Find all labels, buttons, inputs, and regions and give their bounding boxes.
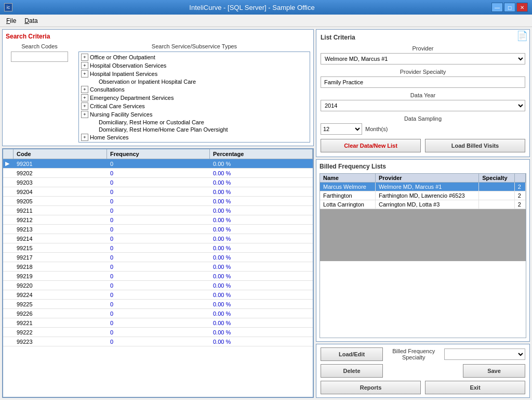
new-document-icon[interactable]: 📄 <box>516 30 528 42</box>
grid-row[interactable]: 9922200.00 % <box>3 328 313 337</box>
grid-row[interactable]: 9921800.00 % <box>3 262 313 272</box>
provider-select[interactable]: Welmore MD, Marcus #1 <box>321 53 525 64</box>
billed-frequency-title: Billed Frequency Lists <box>320 163 526 170</box>
list-criteria-panel: List Criteria Provider Welmore MD, Marcu… <box>316 29 530 157</box>
grid-freq-header: Frequency <box>107 149 210 159</box>
grid-row[interactable]: 9922300.00 % <box>3 337 313 346</box>
grid-row[interactable]: 9922600.00 % <box>3 309 313 318</box>
tree-item-consultations[interactable]: +Consultations <box>80 85 309 94</box>
search-codes-label: Search Codes <box>21 43 58 49</box>
grid-body[interactable]: ▶9920100.00 %9920200.00 %9920300.00 %992… <box>3 159 313 397</box>
app-icon: ic <box>4 3 12 11</box>
billed-frequency-table-container[interactable]: Name Provider Specialty Marcus WelmoreWe… <box>320 173 526 338</box>
bfc-label: Billed Frequency Specialty <box>387 348 440 360</box>
bf-empty-area <box>320 209 526 261</box>
grid-row[interactable]: 9922500.00 % <box>3 300 313 309</box>
reports-button[interactable]: Reports <box>321 381 421 394</box>
grid-code-header: Code <box>14 149 107 159</box>
grid-row[interactable]: 9921400.00 % <box>3 234 313 243</box>
load-billed-visits-button[interactable]: Load Billed Visits <box>425 139 525 152</box>
bf-table-header-row: Name Provider Specialty <box>320 174 526 183</box>
grid-row[interactable]: 9921100.00 % <box>3 206 313 215</box>
tree-item-emergency-dept[interactable]: +Emergency Department Services <box>80 94 309 102</box>
grid-row[interactable]: 9920200.00 % <box>3 169 313 178</box>
grid-row[interactable]: ▶9920100.00 % <box>3 159 313 169</box>
data-sampling-group: Data Sampling 12 Month(s) <box>321 115 525 135</box>
bf-col-name: Name <box>320 174 375 183</box>
billed-frequency-panel: Billed Frequency Lists Name Provider Spe… <box>316 159 530 342</box>
bf-table-row[interactable]: Marcus WelmoreWelmore MD, Marcus #12 <box>320 183 526 191</box>
clear-data-button[interactable]: Clear Data/New List <box>321 139 421 152</box>
window-title: InteliCurve - [SQL Server] - Sample Offi… <box>12 4 491 11</box>
billed-frequency-table: Name Provider Specialty Marcus WelmoreWe… <box>320 174 526 209</box>
save-button[interactable]: Save <box>463 364 525 378</box>
codes-grid: Code Frequency Percentage ▶9920100.00 %9… <box>2 148 314 398</box>
provider-group: Provider Welmore MD, Marcus #1 <box>321 45 525 64</box>
exit-button[interactable]: Exit <box>425 381 525 394</box>
specialty-group: Provider Specialty <box>321 69 525 88</box>
bf-col-provider: Provider <box>375 174 478 183</box>
grid-header: Code Frequency Percentage <box>3 149 313 159</box>
tree-item-domiciliary1[interactable]: Domiciliary, Rest Home or Custodial Care <box>80 119 309 126</box>
list-criteria-title: List Criteria <box>321 34 525 41</box>
delete-button[interactable]: Delete <box>321 364 383 378</box>
provider-label: Provider <box>321 45 525 51</box>
tree-item-critical-care[interactable]: +Critical Care Services <box>80 102 309 110</box>
data-year-group: Data Year 2014 <box>321 92 525 111</box>
grid-arrow-col <box>3 149 14 159</box>
tree-item-hospital-inpatient[interactable]: +Hospital Inpatient Services <box>80 70 309 78</box>
data-year-select[interactable]: 2014 <box>321 100 525 111</box>
tree-item-office-outpatient[interactable]: +Office or Other Outpatient <box>80 53 309 61</box>
tree-item-nursing-facility[interactable]: +Nursing Facility Services <box>80 110 309 119</box>
bf-col-extra <box>514 174 525 183</box>
data-year-label: Data Year <box>321 92 525 98</box>
service-types-label: Search Service/Subservice Types <box>78 43 310 49</box>
menu-data[interactable]: Data <box>20 16 42 25</box>
bf-table-row[interactable]: Lotta CarringtonCarrington MD, Lotta #32 <box>320 200 526 209</box>
menu-bar: File Data <box>0 15 532 27</box>
specialty-label: Provider Specialty <box>321 69 525 75</box>
months-label: Month(s) <box>365 126 388 132</box>
minimize-button[interactable]: — <box>491 3 503 12</box>
tree-item-domiciliary2[interactable]: Domiciliary, Rest Home/Home Care Plan Ov… <box>80 126 309 133</box>
grid-row[interactable]: 9921700.00 % <box>3 253 313 262</box>
search-criteria-panel: Search Criteria Search Codes Search Serv… <box>2 29 314 146</box>
bf-col-specialty: Specialty <box>479 174 514 183</box>
title-bar: ic InteliCurve - [SQL Server] - Sample O… <box>0 0 532 15</box>
data-sampling-label: Data Sampling <box>321 115 525 122</box>
grid-row[interactable]: 9921200.00 % <box>3 215 313 225</box>
tree-item-prolonged[interactable]: Prolonged Services w/o (Face to Face) <box>80 141 309 143</box>
tree-item-obs-inpatient[interactable]: Observation or Inpatient Hospital Care <box>80 78 309 85</box>
grid-row[interactable]: 9920400.00 % <box>3 187 313 197</box>
bottom-controls-panel: Load/Edit Billed Frequency Specialty Del… <box>316 344 530 398</box>
grid-row[interactable]: 9920300.00 % <box>3 178 313 187</box>
data-sampling-select[interactable]: 12 <box>321 123 362 135</box>
load-edit-button[interactable]: Load/Edit <box>321 347 383 361</box>
grid-row[interactable]: 9922400.00 % <box>3 290 313 300</box>
grid-row[interactable]: 9921500.00 % <box>3 243 313 253</box>
service-types-tree[interactable]: +Office or Other Outpatient+Hospital Obs… <box>78 51 310 143</box>
close-button[interactable]: ✕ <box>516 3 528 12</box>
search-codes-input[interactable] <box>11 51 68 62</box>
search-criteria-title: Search Criteria <box>6 33 310 40</box>
grid-row[interactable]: 9921300.00 % <box>3 225 313 234</box>
tree-item-hospital-obs[interactable]: +Hospital Observation Services <box>80 61 309 70</box>
grid-pct-header: Percentage <box>210 149 313 159</box>
grid-row[interactable]: 9921900.00 % <box>3 272 313 281</box>
grid-row[interactable]: 9920500.00 % <box>3 197 313 206</box>
tree-item-home-services[interactable]: +Home Services <box>80 133 309 141</box>
bf-table-row[interactable]: FarthingtonFarthington MD, Lawrencio #65… <box>320 191 526 200</box>
specialty-input <box>321 76 525 88</box>
grid-row[interactable]: 9922000.00 % <box>3 281 313 290</box>
restore-button[interactable]: ◻ <box>504 3 515 12</box>
grid-row[interactable]: 9922100.00 % <box>3 318 313 328</box>
bfc-specialty-select[interactable] <box>444 349 525 360</box>
menu-file[interactable]: File <box>2 16 20 25</box>
